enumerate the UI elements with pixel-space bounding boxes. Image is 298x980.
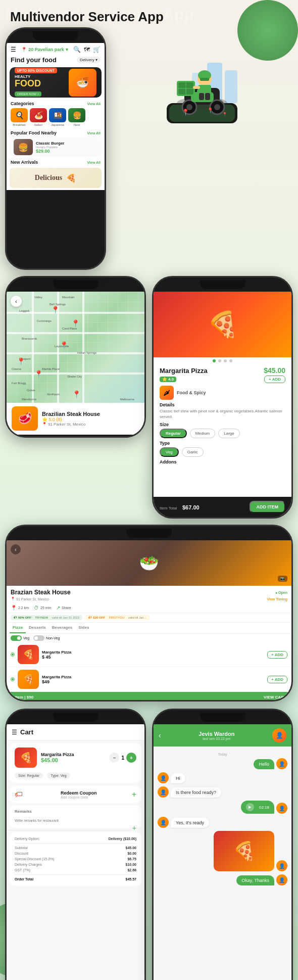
svg-rect-19 [200, 78, 209, 81]
svg-rect-1 [225, 70, 237, 103]
remarks-add-icon[interactable]: + [132, 824, 136, 832]
size-options: Regular Medium Large [160, 429, 285, 438]
stat-share[interactable]: ↗ Share [56, 605, 71, 611]
menu-item-price-1: $ 45 [42, 655, 264, 660]
map-background [7, 292, 144, 403]
details-description: Classic bef stew with pinot noir & organ… [160, 408, 285, 419]
restaurant-detail-name: Brazian Steak House [11, 589, 71, 596]
discount-badge: UPTO 60% DISCOUNT [15, 68, 57, 73]
dot-2 [218, 359, 221, 362]
chat-header: ‹ Jevis Wardon last sen 03:22 pm 👤 [154, 724, 291, 746]
map-pin-2: 📍 [71, 319, 80, 328]
play-button[interactable]: ▶ [246, 803, 254, 811]
type-veg[interactable]: Veg [160, 447, 179, 457]
cart-item-name: Margarita Pizza [41, 752, 74, 757]
add-menu-item-2[interactable]: + ADD [267, 676, 287, 683]
restaurant-card[interactable]: 🥩 Brazilian Steak House ⭐ 5.0 (8) 📍91 Pa… [7, 402, 144, 435]
map-pin-1: 📍 [51, 306, 60, 314]
banner-food-image: 🍜 [69, 69, 96, 97]
bubble-okay-thanks: Okay, Thanks [236, 875, 274, 885]
remarks-input[interactable] [15, 819, 136, 822]
remarks-label: Remarks [15, 809, 136, 814]
veg-switch[interactable] [11, 635, 22, 641]
type-garlic[interactable]: Garlic [182, 447, 204, 457]
cart-icon[interactable]: 🛒 [93, 46, 101, 53]
screen-cart: ☰ Cart 🍕 Margarita Pizza $45.00 – 1 [7, 724, 144, 980]
view-timing-button[interactable]: View Timing [267, 597, 287, 601]
restaurant-name: Brazilian Steak House [42, 411, 100, 417]
bubble-hello: Hello [254, 759, 274, 769]
search-icon[interactable]: 🔍 [73, 46, 81, 53]
nonveg-switch[interactable] [33, 635, 44, 641]
map-back-button[interactable]: ‹ [11, 296, 22, 307]
popular-view-all[interactable]: View All [87, 131, 101, 135]
phone-notch-2 [7, 277, 144, 292]
tab-sides[interactable]: Sides [75, 623, 92, 633]
sender-avatar-img: 👤 [276, 860, 287, 871]
add-item-button[interactable]: ADD ITEM [250, 501, 286, 513]
coupon-1[interactable]: 🏷 50% OFF TRYNEW valid till Jan 31 2022 [11, 615, 82, 620]
tab-pizza[interactable]: Pizza [10, 623, 26, 633]
categories-view-all[interactable]: View All [87, 102, 101, 106]
category-italian[interactable]: 🍝 Italian [30, 108, 47, 126]
cart-menu-icon[interactable]: ☰ [12, 729, 17, 736]
category-japanese[interactable]: 🍱 Japanese [49, 108, 66, 126]
menu-icon[interactable]: ☰ [11, 46, 16, 53]
svg-text:📍: 📍 [207, 107, 214, 114]
map-icon[interactable]: 🗺 [84, 46, 90, 53]
map-pin-5: 📍 [34, 370, 43, 378]
category-new[interactable]: 🍔 New [68, 108, 85, 126]
back-button[interactable]: ‹ [11, 544, 21, 554]
menu-item-image-1: 🍕 [18, 645, 39, 664]
type-label: Type [160, 441, 285, 446]
menu-item-1: 🍕 Margarita Pizza $ 45 + ADD [7, 642, 291, 667]
coupon-add-icon[interactable]: + [132, 790, 136, 799]
popular-food-item[interactable]: 🍔 Classic Burger Hungry Puppets $29.00 [10, 137, 102, 157]
view-cart-button[interactable]: VIEW CART [264, 695, 286, 699]
pizza-price-row: Margarita Pizza $45.00 [160, 366, 285, 375]
size-large[interactable]: Large [218, 429, 239, 438]
delivery-button[interactable]: Delivery ▾ [77, 57, 101, 63]
new-arrivals-text: Delicious [35, 174, 62, 182]
view-images-button[interactable]: 📷 [278, 576, 287, 582]
veg-toggle[interactable]: Veg [11, 635, 29, 641]
add-to-cart-button[interactable]: + ADD [264, 376, 285, 383]
top-icons: 🔍 🗺 🛒 [73, 46, 101, 53]
qty-minus-button[interactable]: – [109, 753, 119, 763]
restaurant-detail-info: Brazian Steak House ● Open 📍91 Parker St… [7, 586, 291, 603]
coupon-section[interactable]: 🏷 Redeem Coupon Add coupon code + [10, 786, 141, 803]
cart-bottom-bar: 3 Item | $90 VIEW CART [7, 692, 291, 702]
item-total-text: Item Total $67.00 [160, 502, 200, 511]
tab-desserts[interactable]: Desserts [26, 623, 49, 633]
map-pin-6: 📍 [72, 390, 81, 398]
categories-list: 🍳 Breakfast 🍝 Italian 🍱 Japanese 🍔 New [7, 107, 105, 128]
image-dots [154, 357, 291, 363]
header-title: Multivendor Service App [10, 9, 288, 25]
special-discount-row: Special Discount (15.0%) $6.75 [15, 856, 136, 862]
rating-badge: ⭐ 4.0 [160, 377, 176, 382]
add-menu-item-1[interactable]: + ADD [267, 651, 287, 659]
subtotal-label: Subtotal [15, 846, 28, 850]
restaurant-status: ● Open [275, 591, 287, 594]
dot-1 [213, 359, 216, 362]
menu-item-price-2: $49 [42, 679, 264, 684]
location-label[interactable]: 📍 20 Pavelian park ▾ [21, 47, 68, 52]
new-arrivals-view-all[interactable]: View All [87, 161, 101, 164]
msg-voice: ▶ 02:18 👤 [158, 801, 287, 814]
food-category-label: Food & Spicy [177, 390, 206, 395]
size-medium[interactable]: Medium [190, 429, 215, 438]
tab-beverages[interactable]: Beverages [49, 623, 75, 633]
qty-plus-button[interactable]: + [126, 753, 136, 763]
restaurant-detail-address: 📍91 Parker St, Mexico [11, 597, 49, 601]
remarks-section: Remarks + [10, 805, 141, 828]
order-now-button[interactable]: ORDER NOW > [15, 91, 41, 97]
coupon-2[interactable]: 🏷 $20 OFF FIRSTYOU valid till Jan... [85, 615, 149, 620]
bill-section: Delivery Option: Delivery ($10.00) Subto… [10, 832, 141, 886]
phone-home: ☰ 📍 20 Pavelian park ▾ 🔍 🗺 🛒 Find your f… [5, 27, 106, 270]
phone-restaurant-detail: ‹ 🥗 📷 Brazian Steak House ● Open 📍91 Par… [5, 525, 293, 702]
nonveg-toggle[interactable]: Non-Veg [33, 635, 60, 641]
size-regular[interactable]: Regular [160, 429, 187, 438]
category-breakfast[interactable]: 🍳 Breakfast [11, 108, 28, 126]
discount-label: Discount [15, 852, 28, 855]
chat-back-button[interactable]: ‹ [159, 731, 161, 739]
